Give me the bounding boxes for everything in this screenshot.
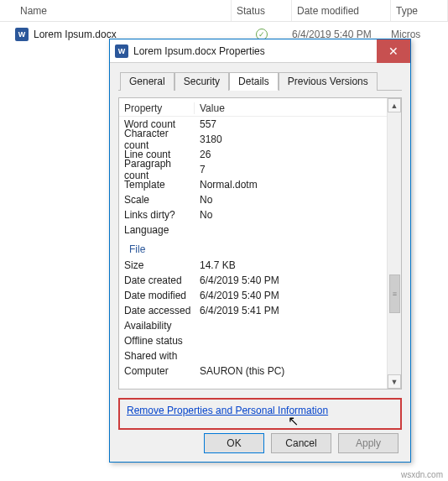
scroll-thumb[interactable]: [389, 274, 400, 313]
apply-button[interactable]: Apply: [338, 433, 399, 453]
remove-properties-highlight: Remove Properties and Personal Informati…: [118, 398, 402, 430]
dialog-title: Lorem Ipsum.docx Properties: [133, 45, 265, 57]
prop-row[interactable]: ComputerSAURON (this PC): [119, 363, 387, 379]
scroll-down-button[interactable]: ▼: [388, 374, 401, 389]
prop-row[interactable]: Offline status: [119, 333, 387, 348]
prop-row[interactable]: Language: [119, 222, 387, 238]
column-header-name[interactable]: Name: [15, 0, 232, 21]
dialog-titlebar[interactable]: W Lorem Ipsum.docx Properties ✕: [110, 39, 410, 63]
watermark-text: wsxdn.com: [401, 470, 443, 479]
scrollbar[interactable]: ▲ ▼: [387, 98, 401, 389]
scroll-track[interactable]: [388, 112, 401, 374]
word-doc-icon: W: [115, 44, 128, 58]
prop-row[interactable]: Size14.7 KB: [119, 258, 387, 273]
tab-previous-versions[interactable]: Previous Versions: [279, 72, 378, 91]
column-header-date[interactable]: Date modified: [292, 0, 391, 21]
prop-row[interactable]: Paragraph count7: [119, 162, 387, 177]
cancel-button[interactable]: Cancel: [271, 433, 331, 453]
prop-row[interactable]: Links dirty?No: [119, 207, 387, 222]
prop-row[interactable]: ScaleNo: [119, 192, 387, 207]
dialog-button-row: OK Cancel Apply: [118, 433, 402, 453]
prop-row[interactable]: Shared with: [119, 348, 387, 363]
word-doc-icon: W: [15, 28, 29, 41]
close-icon: ✕: [388, 44, 399, 58]
cursor-icon: ↖: [288, 413, 299, 429]
property-listbox: Property Value Word count557 Character c…: [118, 97, 402, 390]
column-header-type[interactable]: Type: [391, 0, 448, 21]
list-header: Property Value: [119, 100, 387, 117]
prop-row[interactable]: TemplateNormal.dotm: [119, 177, 387, 192]
header-property[interactable]: Property: [119, 102, 195, 114]
tab-general[interactable]: General: [120, 72, 175, 91]
ok-button[interactable]: OK: [204, 433, 264, 453]
prop-row[interactable]: Availability: [119, 318, 387, 333]
tab-security[interactable]: Security: [175, 72, 229, 91]
group-file: File: [119, 241, 387, 258]
column-header-status[interactable]: Status: [232, 0, 292, 21]
close-button[interactable]: ✕: [377, 39, 410, 63]
properties-dialog: W Lorem Ipsum.docx Properties ✕ General …: [109, 39, 411, 463]
scroll-up-button[interactable]: ▲: [388, 98, 401, 112]
header-value[interactable]: Value: [195, 102, 387, 114]
tab-details[interactable]: Details: [229, 72, 279, 91]
tab-strip: General Security Details Previous Versio…: [118, 71, 402, 91]
file-name: Lorem Ipsum.docx: [34, 29, 117, 40]
prop-row[interactable]: Date created6/4/2019 5:40 PM: [119, 273, 387, 288]
prop-row[interactable]: Date modified6/4/2019 5:40 PM: [119, 288, 387, 303]
prop-row[interactable]: Character count3180: [119, 132, 387, 147]
prop-row[interactable]: Date accessed6/4/2019 5:41 PM: [119, 303, 387, 318]
column-header-row: Name Status Date modified Type: [0, 0, 448, 22]
